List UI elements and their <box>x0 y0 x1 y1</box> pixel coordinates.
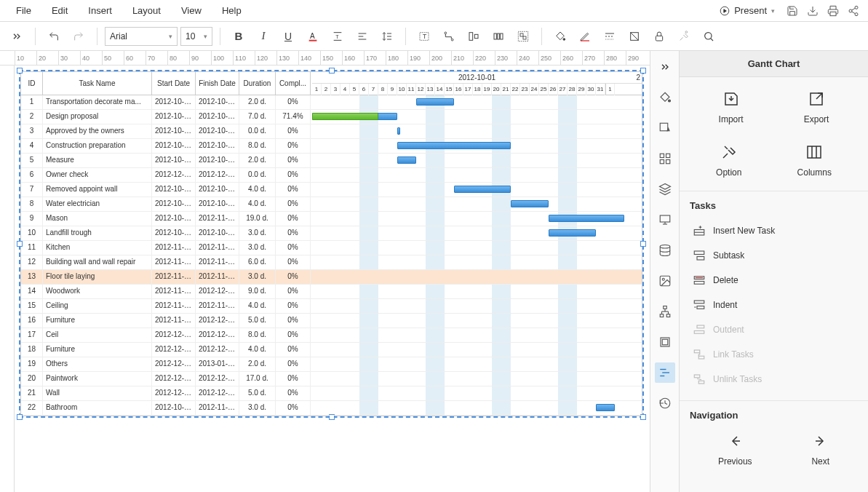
table-row[interactable]: 10 Landfill trough 2012-10-26 2012-10-31… <box>21 226 312 241</box>
table-row[interactable]: 19 Others 2012-12-28 2013-01-01 2.0 d. 0… <box>21 357 312 372</box>
insert-task-button[interactable]: Insert New Task <box>688 218 859 243</box>
table-row[interactable]: 11 Kitchen 2012-11-05 2012-11-08 3.0 d. … <box>21 241 312 255</box>
gantt-selection[interactable]: ID Task Name Start Date Finish Date Dura… <box>19 70 644 418</box>
resize-handle-ml[interactable] <box>17 241 23 247</box>
search-button[interactable] <box>698 25 720 47</box>
table-row[interactable]: 20 Paintwork 2012-12-06 2012-12-31 17.0 … <box>21 372 312 386</box>
timeline-row[interactable] <box>312 197 642 212</box>
table-row[interactable]: 3 Approved by the owners 2012-10-10 2012… <box>21 124 312 139</box>
gantt-bar[interactable] <box>397 127 400 135</box>
line-style-button[interactable] <box>599 25 621 47</box>
menu-item-file[interactable]: File <box>6 1 41 20</box>
col-header-name[interactable]: Task Name <box>43 72 152 95</box>
fill-panel-button[interactable] <box>655 87 675 108</box>
indent-button[interactable]: Indent <box>688 293 859 317</box>
line-spacing-button[interactable] <box>376 25 398 47</box>
gantt-bar[interactable] <box>416 98 454 106</box>
group-button[interactable] <box>512 25 534 47</box>
expand-toolbar-button[interactable] <box>6 25 28 47</box>
hierarchy-panel-button[interactable] <box>655 301 675 322</box>
transparent-button[interactable] <box>624 25 645 47</box>
col-header-duration[interactable]: Duration <box>239 72 276 95</box>
redo-button[interactable] <box>68 25 89 47</box>
timeline-row[interactable] <box>312 95 642 110</box>
undo-button[interactable] <box>43 25 65 47</box>
resize-handle-tl[interactable] <box>17 68 23 74</box>
align-button[interactable] <box>463 25 485 47</box>
col-header-completion[interactable]: Compl... <box>276 72 311 95</box>
table-row[interactable]: 22 Bathroom 2012-10-31 2012-11-05 3.0 d.… <box>21 401 312 416</box>
underline-button[interactable]: U <box>277 25 299 47</box>
table-row[interactable]: 6 Owner check 2012-12-31 2012-12-31 0.0 … <box>21 168 312 183</box>
table-row[interactable]: 9 Mason 2012-10-26 2012-11-22 19.0 d. 0% <box>21 212 312 226</box>
gantt-progress-bar[interactable] <box>312 113 378 120</box>
table-row[interactable]: 15 Ceiling 2012-11-23 2012-11-29 4.0 d. … <box>21 299 312 314</box>
history-panel-button[interactable] <box>655 393 675 413</box>
col-header-id[interactable]: ID <box>21 72 43 95</box>
table-row[interactable]: 14 Woodwork 2012-11-23 2012-12-06 9.0 d.… <box>21 285 312 299</box>
font-color-button[interactable]: A <box>302 25 324 47</box>
table-row[interactable]: 18 Furniture 2012-12-25 2012-12-31 4.0 d… <box>21 343 312 357</box>
text-align-h-button[interactable] <box>351 25 373 47</box>
timeline-row[interactable] <box>312 124 642 139</box>
timeline-row[interactable] <box>312 154 642 168</box>
table-row[interactable]: 17 Ceil 2012-12-06 2012-12-18 8.0 d. 0% <box>21 328 312 343</box>
shape-panel-button[interactable] <box>655 118 675 138</box>
table-row[interactable]: 8 Water electrician 2012-10-22 2012-10-2… <box>21 197 312 212</box>
gantt-bar[interactable] <box>549 215 624 222</box>
tools-button[interactable] <box>673 25 695 47</box>
gantt-bar[interactable] <box>511 200 549 207</box>
bold-button[interactable]: B <box>228 25 250 47</box>
print-button[interactable] <box>824 2 842 20</box>
timeline-row[interactable] <box>312 314 642 328</box>
menu-item-edit[interactable]: Edit <box>41 1 78 20</box>
table-row[interactable]: 13 Floor tile laying 2012-11-19 2012-11-… <box>21 270 312 285</box>
menu-item-help[interactable]: Help <box>212 1 252 20</box>
present-button[interactable]: Present ▾ <box>714 2 781 19</box>
timeline-row[interactable] <box>312 270 642 285</box>
grid-panel-button[interactable] <box>655 148 675 169</box>
table-row[interactable]: 7 Removed appoint wall 2012-10-16 2012-1… <box>21 183 312 197</box>
next-button[interactable]: Next <box>803 428 838 471</box>
table-row[interactable]: 2 Design proposal 2012-10-01 2012-10-10 … <box>21 110 312 124</box>
timeline-row[interactable] <box>312 110 642 124</box>
expand-strip-button[interactable] <box>650 57 680 77</box>
timeline-row[interactable] <box>312 343 642 357</box>
layers-panel-button[interactable] <box>655 179 675 199</box>
menu-item-view[interactable]: View <box>171 1 212 20</box>
table-row[interactable]: 21 Wall 2012-12-18 2012-12-25 5.0 d. 0% <box>21 386 312 401</box>
fill-button[interactable] <box>549 25 571 47</box>
text-tool-button[interactable]: T <box>413 25 435 47</box>
distribute-button[interactable] <box>487 25 509 47</box>
presentation-panel-button[interactable] <box>655 210 675 230</box>
frame-panel-button[interactable] <box>655 332 675 352</box>
timeline-row[interactable] <box>312 386 642 401</box>
gantt-panel-button[interactable] <box>655 362 675 383</box>
text-align-v-button[interactable]: T <box>327 25 349 47</box>
timeline-row[interactable] <box>312 285 642 299</box>
columns-button[interactable]: Columns <box>789 139 840 182</box>
delete-task-button[interactable]: Delete <box>688 268 859 293</box>
connector-button[interactable] <box>438 25 460 47</box>
timeline-row[interactable] <box>312 328 642 343</box>
resize-handle-bl[interactable] <box>17 414 23 420</box>
timeline-row[interactable] <box>312 401 642 416</box>
timeline-row[interactable] <box>312 357 642 372</box>
download-button[interactable] <box>804 2 821 20</box>
font-family-select[interactable]: Arial▾ <box>105 27 178 46</box>
timeline-row[interactable] <box>312 183 642 197</box>
timeline-row[interactable] <box>312 168 642 183</box>
col-header-finish[interactable]: Finish Date <box>196 72 239 95</box>
line-color-button[interactable] <box>574 25 596 47</box>
canvas[interactable]: 1020304050607080901001101201301401501601… <box>0 51 650 492</box>
italic-button[interactable]: I <box>252 25 274 47</box>
timeline-row[interactable] <box>312 226 642 241</box>
table-row[interactable]: 1 Transportation decorate ma... 2012-10-… <box>21 95 312 110</box>
subtask-button[interactable]: Subtask <box>688 243 859 268</box>
table-row[interactable]: 16 Furniture 2012-11-29 2012-12-06 5.0 d… <box>21 314 312 328</box>
save-button[interactable] <box>784 2 801 20</box>
timeline-row[interactable] <box>312 241 642 255</box>
gantt-bar[interactable] <box>596 404 615 411</box>
import-button[interactable]: Import <box>710 86 752 129</box>
lock-button[interactable] <box>648 25 670 47</box>
